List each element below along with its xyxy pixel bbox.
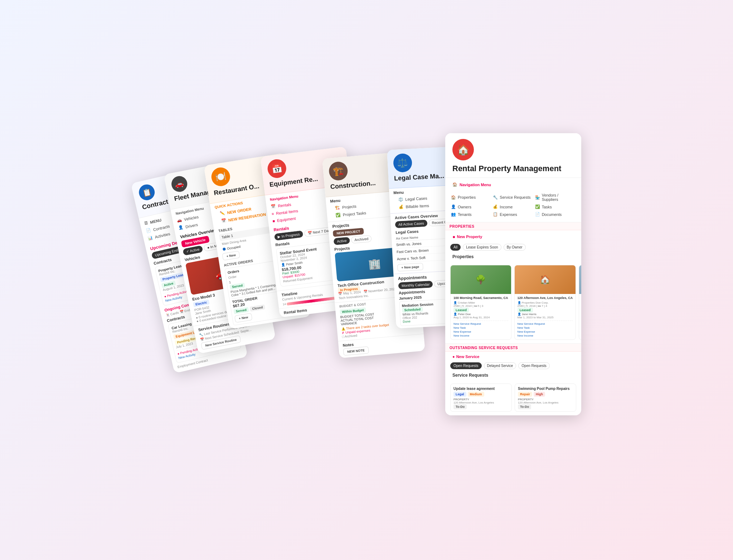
rental-icon: 🏠 xyxy=(452,139,474,160)
construction-icon: 🏗️ xyxy=(328,161,348,181)
property-grid: 🌳 100 Morning Road, Sacramento, CA 👤 Cri… xyxy=(445,261,581,343)
tab-monthly[interactable]: Monthly Calendar xyxy=(398,281,433,289)
new-property-btn[interactable]: ● New Property xyxy=(452,233,482,240)
prop1-address: 100 Morning Road, Sacramento, CA xyxy=(453,296,508,300)
new-order-item-btn[interactable]: + New xyxy=(234,313,253,323)
nav-documents[interactable]: 📄 Documents xyxy=(535,211,576,218)
new-case-btn[interactable]: + New page xyxy=(397,263,423,271)
new-project-btn[interactable]: NEW PROJECT xyxy=(333,228,364,237)
tab-all[interactable]: All xyxy=(450,244,461,251)
nav-service-requests[interactable]: 🔧 Service Requests xyxy=(493,192,533,203)
properties-tabs: All Lease Expires Soon By Owner xyxy=(445,242,581,253)
rental-nav-grid: 🏠 Properties 🔧 Service Requests 🏪 Vendor… xyxy=(445,189,581,221)
scene: 📋 Contract M... ☰ MENU 📄 Contracts 📊 Act… xyxy=(152,119,581,441)
nav-tenants[interactable]: 👥 Tenants xyxy=(451,211,491,218)
prop1-action-3[interactable]: New Expense xyxy=(453,330,508,333)
tab-open-1[interactable]: Open Requests xyxy=(450,362,482,369)
tab-all-cases[interactable]: All Active Cases xyxy=(395,220,428,228)
prop1-action-4[interactable]: New Income xyxy=(453,334,508,337)
prop1-action-2[interactable]: New Task xyxy=(453,326,508,329)
service-section-header: Outstanding Service Requests xyxy=(445,344,581,352)
service-requests-header: Service Requests xyxy=(445,371,581,380)
card-rental: 🏠 Rental Property Management 🏠 Navigatio… xyxy=(445,133,581,415)
new-service-btn[interactable]: ● New Service xyxy=(452,354,479,359)
service-tabs: Open Requests Delayed Service Open Reque… xyxy=(445,360,581,371)
tab-archived[interactable]: Archived xyxy=(351,235,372,243)
tab-active-proj[interactable]: Active xyxy=(334,237,350,245)
property-1[interactable]: 🌳 100 Morning Road, Sacramento, CA 👤 Cri… xyxy=(450,265,511,340)
tab-by-owner[interactable]: By Owner xyxy=(504,244,526,251)
property-3[interactable]: 🏢 215... ... xyxy=(579,265,581,340)
service-grid: Update lease agreement Legal Medium PROP… xyxy=(445,380,581,415)
equipment-icon: 📅 xyxy=(267,158,287,179)
restaurant-icon: 🍽️ xyxy=(210,166,231,187)
nav-owners[interactable]: 👤 Owners xyxy=(451,203,491,210)
prop2-action-3[interactable]: New Expense xyxy=(518,330,573,333)
nav-vendors[interactable]: 🏪 Vendors / Suppliers xyxy=(535,192,576,203)
prop1-status: Leased xyxy=(453,308,469,313)
rental-nav-label: 🏠 Navigation Menu xyxy=(445,181,581,189)
tab-lease-expires[interactable]: Lease Expires Soon xyxy=(463,244,501,251)
tab-delayed[interactable]: Delayed Service xyxy=(484,362,516,369)
service-1[interactable]: Update lease agreement Legal Medium PROP… xyxy=(450,383,512,412)
nav-tasks[interactable]: ✅ Tasks xyxy=(535,203,576,210)
property-2[interactable]: 🏠 120 Afternoon Ave, Los Angeles, CA 👤 P… xyxy=(514,265,576,340)
prop1-action-1[interactable]: New Service Request xyxy=(453,322,508,325)
properties-section-header: Properties xyxy=(445,222,581,230)
nav-income[interactable]: 💰 Income xyxy=(493,203,533,210)
prop2-address: 120 Afternoon Ave, Los Angeles, CA xyxy=(518,296,573,300)
prop2-status: Leased xyxy=(518,308,533,313)
rental-title: Rental Property Management xyxy=(452,164,574,173)
add-table-btn[interactable]: + New xyxy=(222,251,240,260)
fleet-icon: 🚗 xyxy=(170,175,189,193)
nav-properties[interactable]: 🏠 Properties xyxy=(451,192,491,203)
tab-open-2[interactable]: Open Requests xyxy=(518,362,550,369)
nav-expenses[interactable]: 📋 Expenses xyxy=(493,211,533,218)
legal-icon: ⚖️ xyxy=(393,153,413,173)
tab-in-progress[interactable]: ▶ In Progress xyxy=(274,230,304,241)
properties-header: Properties xyxy=(445,253,581,261)
new-note-btn[interactable]: NEW NOTE xyxy=(343,346,369,356)
prop2-action-1[interactable]: New Service Request xyxy=(518,322,573,325)
prop2-action-4[interactable]: New Income xyxy=(518,334,573,337)
contract-icon: 📋 xyxy=(137,183,156,202)
prop2-action-2[interactable]: New Task xyxy=(518,326,573,329)
service-2[interactable]: Swimming Pool Pump Repairs Repair High P… xyxy=(515,383,576,412)
